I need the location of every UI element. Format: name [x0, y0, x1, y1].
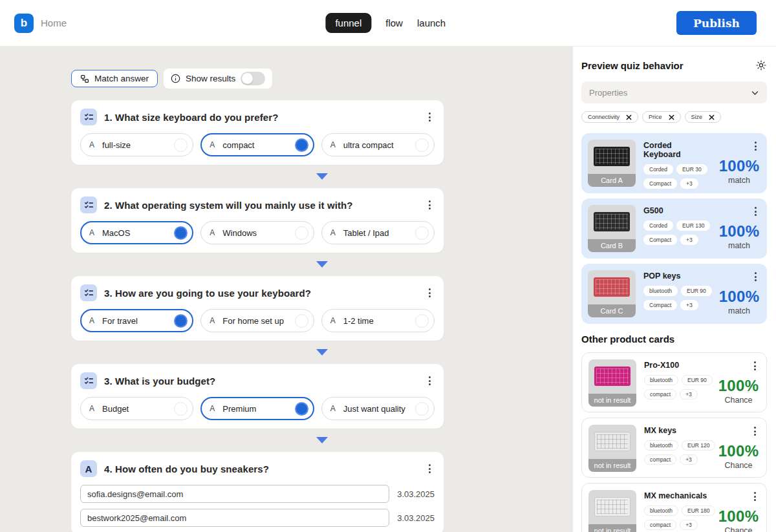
match-answer-button[interactable]: Match answer — [71, 70, 158, 87]
card-badge: Card C — [588, 304, 636, 317]
option-label: compact — [222, 140, 254, 150]
radio-unselected[interactable] — [174, 402, 188, 416]
answer-option[interactable]: A 1-2 time — [321, 309, 435, 332]
response-date: 3.03.2025 — [389, 513, 435, 523]
kebab-menu-icon[interactable] — [425, 286, 435, 299]
option-prefix: A — [210, 228, 215, 237]
question-title: 4. How often do you buy sneakers? — [104, 463, 269, 474]
radio-unselected[interactable] — [415, 314, 429, 328]
radio-unselected[interactable] — [415, 402, 429, 416]
kebab-menu-icon[interactable] — [425, 462, 435, 475]
tag: Corded — [643, 164, 673, 175]
radio-selected[interactable] — [295, 402, 308, 416]
kebab-menu-icon[interactable] — [750, 359, 760, 372]
brand-logo: b — [14, 14, 34, 33]
question-card-1: 1. What size keyboard do you prefer? A f… — [71, 100, 444, 165]
answer-option-selected[interactable]: A Premium — [200, 397, 314, 420]
view-tabs: funnel flow launch — [325, 13, 446, 33]
tag: bluetooth — [644, 375, 678, 385]
product-image: not in result — [588, 359, 636, 407]
radio-selected[interactable] — [174, 314, 188, 328]
answer-option[interactable]: A Tablet / Ipad — [321, 221, 435, 244]
answer-option-selected[interactable]: A For travel — [80, 309, 193, 332]
tag: EUR 30 — [676, 164, 707, 175]
match-label: match — [719, 176, 760, 185]
other-product-card-3[interactable]: not in result MX mechanicals bluetooth E… — [581, 483, 767, 532]
checklist-icon — [80, 109, 97, 125]
answer-option[interactable]: A Windows — [200, 221, 314, 244]
home-link[interactable]: b Home — [14, 14, 67, 33]
kebab-menu-icon[interactable] — [751, 270, 760, 283]
answer-option-selected[interactable]: A compact — [200, 133, 314, 156]
toggle-knob — [242, 73, 253, 84]
chip-label: Connectivity — [588, 114, 620, 120]
product-title: POP keys — [643, 271, 710, 281]
chip-label: Price — [649, 114, 662, 120]
tag: compact — [644, 454, 676, 465]
answer-option[interactable]: A Just want quality — [321, 397, 435, 420]
answer-option[interactable]: A For home set up — [200, 309, 314, 332]
option-prefix: A — [210, 404, 215, 413]
product-card-b[interactable]: Card B G500 Corded EUR 130 Compact +3 10… — [581, 198, 767, 259]
gear-icon[interactable] — [755, 59, 767, 71]
kebab-menu-icon[interactable] — [751, 140, 760, 153]
product-card-a[interactable]: Card A Corded Keyboard Corded EUR 30 Com… — [581, 133, 767, 193]
keyboard-image — [594, 432, 630, 451]
radio-unselected[interactable] — [295, 314, 308, 328]
checklist-icon — [80, 284, 97, 301]
answer-option[interactable]: A ultra compact — [321, 133, 435, 156]
response-email-input[interactable] — [80, 509, 389, 527]
close-icon[interactable] — [709, 114, 715, 120]
tab-flow[interactable]: flow — [385, 17, 403, 28]
product-card-c[interactable]: Card C POP keys bluetooth EUR 90 Compact… — [581, 264, 767, 324]
radio-unselected[interactable] — [415, 226, 429, 240]
info-icon — [171, 74, 180, 83]
home-label: Home — [41, 17, 67, 28]
filter-chip[interactable]: Connectivity — [581, 111, 638, 123]
tab-launch[interactable]: launch — [417, 17, 446, 28]
filter-chip[interactable]: Price — [642, 111, 681, 123]
option-prefix: A — [330, 228, 336, 237]
tag: Compact — [643, 235, 677, 245]
radio-unselected[interactable] — [415, 138, 429, 152]
product-title: MX mechanicals — [644, 491, 709, 500]
tag: EUR 90 — [682, 375, 713, 385]
kebab-menu-icon[interactable] — [750, 425, 760, 438]
kebab-menu-icon[interactable] — [425, 111, 435, 123]
question-title: 1. What size keyboard do you prefer? — [104, 112, 279, 123]
response-email-input[interactable] — [80, 485, 389, 503]
radio-unselected[interactable] — [295, 226, 308, 240]
other-product-card-2[interactable]: not in result MX keys bluetooth EUR 120 … — [581, 418, 767, 478]
chance-label: Chance — [718, 396, 759, 405]
close-icon[interactable] — [669, 114, 674, 120]
product-image: not in result — [588, 425, 636, 472]
close-icon[interactable] — [626, 114, 632, 120]
chance-percent: 100% — [718, 442, 759, 460]
kebab-menu-icon[interactable] — [425, 374, 435, 387]
radio-selected[interactable] — [174, 226, 188, 240]
answer-option[interactable]: A full-size — [80, 133, 193, 156]
filter-chips: Connectivity Price Size — [581, 111, 767, 123]
product-image: Card C — [588, 270, 636, 317]
radio-unselected[interactable] — [174, 138, 188, 152]
option-prefix: A — [330, 404, 336, 413]
properties-dropdown[interactable]: Properties — [581, 81, 767, 103]
chance-label: Chance — [718, 461, 759, 470]
publish-button[interactable]: Publish — [676, 11, 757, 35]
tag: EUR 180 — [682, 505, 716, 516]
text-answer-icon: A — [80, 460, 97, 477]
kebab-menu-icon[interactable] — [751, 205, 760, 218]
other-product-card-1[interactable]: not in result Pro-X100 bluetooth EUR 90 … — [581, 352, 767, 412]
answer-option[interactable]: A Budget — [80, 397, 193, 420]
show-results-toggle[interactable] — [241, 72, 265, 85]
product-image: not in result — [588, 490, 636, 532]
filter-chip[interactable]: Size — [685, 111, 722, 123]
option-label: Budget — [102, 404, 129, 414]
kebab-menu-icon[interactable] — [425, 198, 435, 211]
tag: +3 — [680, 300, 698, 310]
tab-funnel[interactable]: funnel — [325, 13, 371, 33]
kebab-menu-icon[interactable] — [750, 490, 760, 503]
answer-option-selected[interactable]: A MacOS — [80, 221, 193, 244]
radio-selected[interactable] — [295, 138, 308, 152]
option-label: Tablet / Ipad — [343, 228, 389, 238]
